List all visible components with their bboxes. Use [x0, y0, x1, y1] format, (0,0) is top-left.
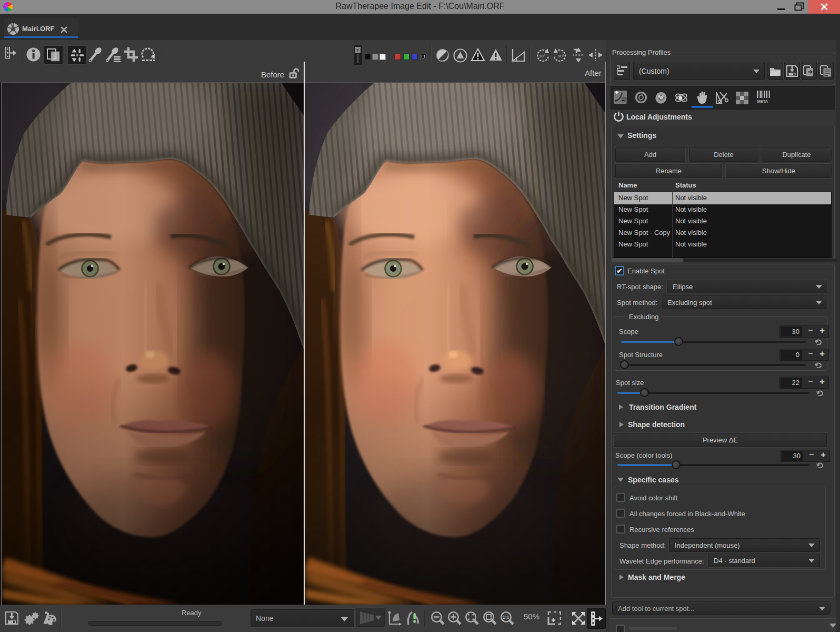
svg-text:1:1: 1:1: [503, 615, 509, 620]
svg-text:T: T: [356, 48, 359, 53]
svg-text:90°: 90°: [558, 54, 564, 58]
svg-text:90°: 90°: [539, 54, 545, 58]
svg-text:META: META: [757, 99, 768, 104]
